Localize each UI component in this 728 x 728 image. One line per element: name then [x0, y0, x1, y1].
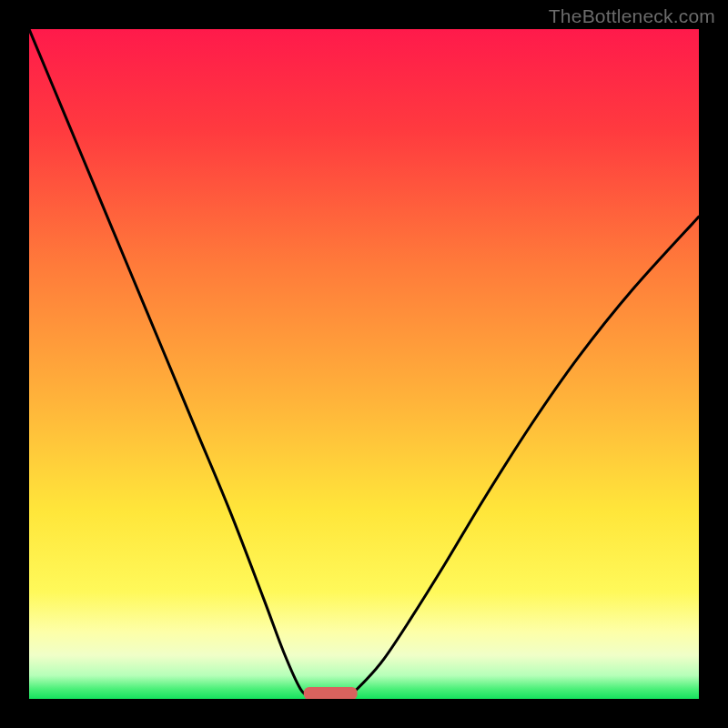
gradient-background	[29, 29, 699, 699]
plot-area	[29, 29, 699, 699]
chart-frame: TheBottleneck.com	[0, 0, 728, 728]
watermark-text: TheBottleneck.com	[549, 5, 715, 27]
chart-svg	[29, 29, 699, 699]
bottleneck-marker	[304, 687, 358, 699]
